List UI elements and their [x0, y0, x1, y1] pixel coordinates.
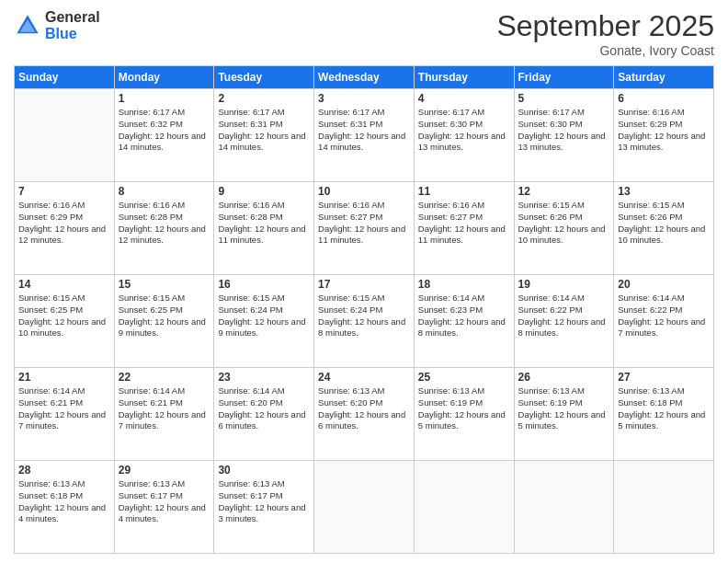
day-number: 12 [518, 185, 610, 198]
weekday-header-wednesday: Wednesday [314, 66, 415, 89]
day-number: 25 [418, 371, 510, 384]
weekday-header-monday: Monday [114, 66, 214, 89]
week-row-2: 14Sunrise: 6:15 AMSunset: 6:25 PMDayligh… [15, 275, 714, 368]
day-info: Sunrise: 6:14 AMSunset: 6:21 PMDaylight:… [119, 385, 210, 432]
day-number: 29 [119, 464, 210, 477]
calendar-cell [314, 461, 415, 554]
day-info: Sunrise: 6:13 AMSunset: 6:19 PMDaylight:… [518, 385, 610, 432]
calendar-cell: 11Sunrise: 6:16 AMSunset: 6:27 PMDayligh… [414, 182, 514, 275]
calendar-cell: 19Sunrise: 6:14 AMSunset: 6:22 PMDayligh… [514, 275, 614, 368]
calendar-cell: 20Sunrise: 6:14 AMSunset: 6:22 PMDayligh… [614, 275, 714, 368]
calendar-cell [15, 89, 115, 182]
page: General Blue September 2025 Gonate, Ivor… [0, 0, 728, 563]
weekday-header-saturday: Saturday [614, 66, 714, 89]
day-number: 8 [119, 185, 210, 198]
day-info: Sunrise: 6:17 AMSunset: 6:30 PMDaylight:… [418, 107, 510, 154]
calendar-cell: 16Sunrise: 6:15 AMSunset: 6:24 PMDayligh… [214, 275, 314, 368]
day-number: 28 [18, 464, 110, 477]
day-info: Sunrise: 6:15 AMSunset: 6:26 PMDaylight:… [618, 200, 710, 247]
day-number: 14 [18, 278, 110, 291]
day-info: Sunrise: 6:14 AMSunset: 6:21 PMDaylight:… [18, 385, 110, 432]
weekday-header-tuesday: Tuesday [214, 66, 314, 89]
calendar-cell: 8Sunrise: 6:16 AMSunset: 6:28 PMDaylight… [114, 182, 214, 275]
calendar-cell [414, 461, 514, 554]
day-number: 11 [418, 185, 510, 198]
header: General Blue September 2025 Gonate, Ivor… [14, 9, 714, 58]
day-info: Sunrise: 6:14 AMSunset: 6:22 PMDaylight:… [618, 293, 710, 339]
calendar-cell: 9Sunrise: 6:16 AMSunset: 6:28 PMDaylight… [214, 182, 314, 275]
day-number: 26 [518, 371, 610, 384]
calendar-cell: 5Sunrise: 6:17 AMSunset: 6:30 PMDaylight… [514, 89, 614, 182]
day-info: Sunrise: 6:13 AMSunset: 6:17 PMDaylight:… [119, 478, 210, 525]
day-number: 5 [518, 92, 610, 105]
calendar-cell: 27Sunrise: 6:13 AMSunset: 6:18 PMDayligh… [614, 368, 714, 461]
calendar-cell: 22Sunrise: 6:14 AMSunset: 6:21 PMDayligh… [114, 368, 214, 461]
day-info: Sunrise: 6:15 AMSunset: 6:24 PMDaylight:… [218, 293, 310, 339]
day-info: Sunrise: 6:16 AMSunset: 6:28 PMDaylight:… [218, 200, 310, 247]
weekday-header-row: SundayMondayTuesdayWednesdayThursdayFrid… [15, 66, 714, 89]
day-number: 27 [618, 371, 710, 384]
day-info: Sunrise: 6:17 AMSunset: 6:31 PMDaylight:… [218, 107, 310, 154]
week-row-3: 21Sunrise: 6:14 AMSunset: 6:21 PMDayligh… [15, 368, 714, 461]
calendar-cell: 10Sunrise: 6:16 AMSunset: 6:27 PMDayligh… [314, 182, 415, 275]
day-info: Sunrise: 6:13 AMSunset: 6:18 PMDaylight:… [18, 478, 110, 525]
day-number: 6 [618, 92, 710, 105]
calendar-cell: 26Sunrise: 6:13 AMSunset: 6:19 PMDayligh… [514, 368, 614, 461]
day-info: Sunrise: 6:16 AMSunset: 6:27 PMDaylight:… [318, 200, 410, 247]
day-info: Sunrise: 6:16 AMSunset: 6:28 PMDaylight:… [119, 200, 210, 247]
calendar-cell: 14Sunrise: 6:15 AMSunset: 6:25 PMDayligh… [15, 275, 115, 368]
day-info: Sunrise: 6:14 AMSunset: 6:22 PMDaylight:… [518, 293, 610, 339]
day-number: 19 [518, 278, 610, 291]
day-number: 30 [218, 464, 310, 477]
calendar-cell: 28Sunrise: 6:13 AMSunset: 6:18 PMDayligh… [15, 461, 115, 554]
day-info: Sunrise: 6:13 AMSunset: 6:18 PMDaylight:… [618, 385, 710, 432]
day-info: Sunrise: 6:15 AMSunset: 6:24 PMDaylight:… [318, 293, 410, 339]
day-info: Sunrise: 6:13 AMSunset: 6:20 PMDaylight:… [318, 385, 410, 432]
calendar-cell: 3Sunrise: 6:17 AMSunset: 6:31 PMDaylight… [314, 89, 415, 182]
day-info: Sunrise: 6:14 AMSunset: 6:23 PMDaylight:… [418, 293, 510, 339]
calendar-cell: 12Sunrise: 6:15 AMSunset: 6:26 PMDayligh… [514, 182, 614, 275]
day-info: Sunrise: 6:15 AMSunset: 6:26 PMDaylight:… [518, 200, 610, 247]
day-number: 9 [218, 185, 310, 198]
calendar-cell: 21Sunrise: 6:14 AMSunset: 6:21 PMDayligh… [15, 368, 115, 461]
day-info: Sunrise: 6:16 AMSunset: 6:29 PMDaylight:… [618, 107, 710, 154]
day-number: 1 [119, 92, 210, 105]
weekday-header-friday: Friday [514, 66, 614, 89]
calendar-cell: 4Sunrise: 6:17 AMSunset: 6:30 PMDaylight… [414, 89, 514, 182]
day-number: 13 [618, 185, 710, 198]
logo-general-text: General [45, 9, 100, 26]
week-row-4: 28Sunrise: 6:13 AMSunset: 6:18 PMDayligh… [15, 461, 714, 554]
day-info: Sunrise: 6:17 AMSunset: 6:32 PMDaylight:… [119, 107, 210, 154]
calendar-cell: 7Sunrise: 6:16 AMSunset: 6:29 PMDaylight… [15, 182, 115, 275]
calendar-table: SundayMondayTuesdayWednesdayThursdayFrid… [14, 65, 714, 554]
calendar-cell: 29Sunrise: 6:13 AMSunset: 6:17 PMDayligh… [114, 461, 214, 554]
day-number: 18 [418, 278, 510, 291]
day-number: 4 [418, 92, 510, 105]
day-number: 22 [119, 371, 210, 384]
day-info: Sunrise: 6:16 AMSunset: 6:27 PMDaylight:… [418, 200, 510, 247]
day-info: Sunrise: 6:17 AMSunset: 6:30 PMDaylight:… [518, 107, 610, 154]
calendar-cell: 13Sunrise: 6:15 AMSunset: 6:26 PMDayligh… [614, 182, 714, 275]
day-number: 2 [218, 92, 310, 105]
week-row-0: 1Sunrise: 6:17 AMSunset: 6:32 PMDaylight… [15, 89, 714, 182]
calendar-cell: 23Sunrise: 6:14 AMSunset: 6:20 PMDayligh… [214, 368, 314, 461]
calendar-cell: 24Sunrise: 6:13 AMSunset: 6:20 PMDayligh… [314, 368, 415, 461]
day-number: 16 [218, 278, 310, 291]
logo-icon [14, 12, 41, 40]
day-number: 20 [618, 278, 710, 291]
weekday-header-sunday: Sunday [15, 66, 115, 89]
day-number: 17 [318, 278, 410, 291]
day-number: 7 [18, 185, 110, 198]
month-title: September 2025 [496, 9, 714, 43]
logo-text: General Blue [45, 9, 100, 41]
calendar-cell: 6Sunrise: 6:16 AMSunset: 6:29 PMDaylight… [614, 89, 714, 182]
day-number: 3 [318, 92, 410, 105]
day-info: Sunrise: 6:15 AMSunset: 6:25 PMDaylight:… [119, 293, 210, 339]
day-info: Sunrise: 6:13 AMSunset: 6:19 PMDaylight:… [418, 385, 510, 432]
location-subtitle: Gonate, Ivory Coast [496, 43, 714, 58]
title-area: September 2025 Gonate, Ivory Coast [496, 9, 714, 58]
calendar-cell [514, 461, 614, 554]
weekday-header-thursday: Thursday [414, 66, 514, 89]
calendar-cell: 2Sunrise: 6:17 AMSunset: 6:31 PMDaylight… [214, 89, 314, 182]
calendar-cell: 17Sunrise: 6:15 AMSunset: 6:24 PMDayligh… [314, 275, 415, 368]
